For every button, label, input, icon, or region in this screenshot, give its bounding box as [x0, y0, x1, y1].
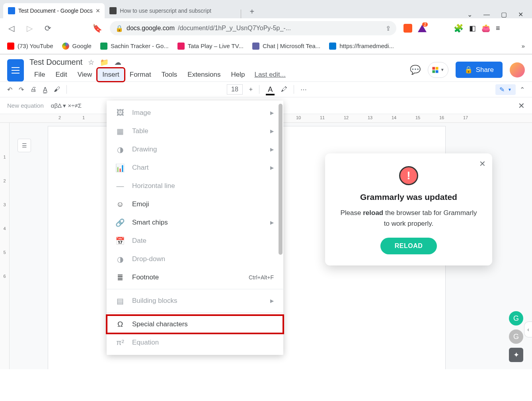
rewards-badge: 2	[422, 22, 428, 27]
insert-menu-special-characters[interactable]: ΩSpecial characters	[107, 315, 283, 333]
window-dropdown-icon[interactable]: ⌄	[467, 11, 472, 18]
brave-rewards-icon[interactable]: 2	[418, 25, 427, 32]
new-equation-label: New equation	[7, 102, 44, 109]
bookmark-sheets[interactable]: Sachin Tracker - Go...	[100, 43, 169, 50]
share-url-icon[interactable]: ⇪	[386, 25, 391, 32]
menu-view[interactable]: View	[73, 68, 97, 81]
submenu-arrow-icon: ▶	[270, 110, 274, 116]
spellcheck-icon[interactable]: A̲	[43, 86, 47, 93]
menu-format[interactable]: Format	[125, 68, 156, 81]
popover-body: Please reload the browser tab for Gramma…	[337, 207, 480, 229]
docs-logo-icon[interactable]	[7, 59, 24, 81]
bookmark-google[interactable]: Google	[62, 43, 92, 50]
lock-icon: 🔒	[115, 25, 123, 32]
insert-menu-footnote[interactable]: ≣FootnoteCtrl+Alt+F	[107, 268, 283, 287]
bookmark-overflow[interactable]: »	[522, 43, 525, 49]
menu-item-label: Drawing	[132, 145, 157, 153]
print-icon[interactable]: 🖨	[30, 86, 37, 93]
meet-button[interactable]: ▼	[428, 62, 448, 78]
redo-icon[interactable]: ↷	[19, 86, 24, 93]
document-title[interactable]: Test Document	[29, 58, 82, 67]
window-minimize-icon[interactable]: —	[483, 11, 490, 18]
reload-button[interactable]: ⟳	[42, 23, 53, 34]
menu-bar: File Edit View Insert Format Tools Exten…	[29, 68, 404, 81]
bookmark-tata[interactable]: Tata Play – Live TV...	[177, 43, 244, 50]
last-edit-link[interactable]: Last edit...	[254, 71, 285, 79]
svg-rect-0	[432, 67, 435, 70]
star-icon[interactable]: ☆	[88, 58, 94, 67]
bookmark-teams[interactable]: Chat | Microsoft Tea...	[252, 43, 320, 50]
menu-item-label: Table	[132, 127, 148, 135]
equation-icon: π²	[115, 338, 125, 347]
menu-tools[interactable]: Tools	[157, 68, 182, 81]
highlight-color-icon[interactable]: 🖍	[281, 86, 287, 93]
more-icon[interactable]: ⋯	[300, 86, 307, 93]
share-button[interactable]: 🔒 Share	[456, 62, 503, 78]
new-tab-button[interactable]: +	[245, 5, 259, 18]
menu-item-label: Footnote	[132, 273, 159, 281]
font-size-increase[interactable]: +	[249, 86, 253, 93]
font-size-input[interactable]: 18	[227, 84, 243, 95]
menu-insert[interactable]: Insert	[97, 68, 124, 81]
svg-rect-3	[435, 70, 438, 73]
insert-menu-emoji[interactable]: ☺Emoji	[107, 195, 283, 213]
bookmark-page-icon[interactable]: 🔖	[92, 23, 103, 34]
reload-button[interactable]: RELOAD	[380, 238, 437, 254]
forward-button[interactable]: ▷	[24, 23, 35, 34]
meet-icon	[432, 66, 439, 74]
menu-item-label: Special characters	[132, 320, 188, 328]
collapse-toolbar-icon[interactable]: ⌃	[520, 86, 525, 93]
menu-item-label: Horizontal line	[132, 182, 175, 190]
wallet-icon[interactable]: 👛	[481, 24, 490, 33]
window-close-icon[interactable]: ✕	[518, 11, 523, 18]
close-equation-bar-icon[interactable]: ✕	[518, 101, 525, 110]
svg-rect-2	[432, 70, 435, 73]
insert-menu-table: ▦Table▶	[107, 122, 283, 140]
comments-icon[interactable]: 💬	[410, 65, 421, 75]
insert-menu-smart-chips[interactable]: 🔗Smart chips▶	[107, 213, 283, 232]
menu-item-label: Drop-down	[132, 255, 165, 263]
menu-item-label: Building blocks	[132, 297, 177, 305]
outline-toggle-button[interactable]: ☰	[18, 139, 31, 152]
cloud-status-icon[interactable]: ☁	[114, 58, 121, 67]
menu-extensions[interactable]: Extensions	[183, 68, 225, 81]
address-right-icons: 2 🧩 ◧ 👛 ≡	[403, 23, 500, 33]
emoji-icon: ☺	[115, 200, 125, 209]
move-folder-icon[interactable]: 📁	[100, 58, 109, 67]
extensions-icon[interactable]: 🧩	[454, 23, 464, 33]
bookmark-youtube[interactable]: (73) YouTube	[7, 43, 53, 50]
explore-button-icon[interactable]: ✦	[509, 348, 523, 362]
text-color-button[interactable]: A	[266, 85, 275, 94]
building-blocks-icon: ▤	[115, 296, 125, 306]
bookmark-framed[interactable]: https://framedmedi...	[329, 43, 394, 50]
address-bar[interactable]: 🔒 docs.google.com/document/d/1hP_y_UsnQ7…	[110, 21, 396, 35]
tab-close-icon[interactable]: ×	[96, 7, 100, 15]
vertical-ruler[interactable]: 123456	[0, 123, 10, 369]
brave-shields-icon[interactable]	[403, 24, 412, 33]
window-maximize-icon[interactable]: ▢	[501, 11, 507, 18]
menu-edit[interactable]: Edit	[51, 68, 72, 81]
dropdown-scrollbar[interactable]	[279, 104, 283, 255]
popover-close-icon[interactable]: ✕	[479, 159, 486, 169]
editing-mode-button[interactable]: ✎ ▼	[495, 84, 516, 95]
submenu-arrow-icon: ▶	[270, 165, 274, 170]
chart-icon: 📊	[115, 163, 125, 172]
sidebar-icon[interactable]: ◧	[469, 24, 476, 33]
grammarly-secondary-icon[interactable]: G	[509, 329, 523, 344]
menu-help[interactable]: Help	[226, 68, 249, 81]
popover-title: Grammarly was updated	[337, 192, 480, 202]
teams-icon	[252, 43, 259, 50]
lock-icon: 🔒	[464, 66, 473, 74]
tab-inactive[interactable]: How to use superscript and subscript	[105, 3, 240, 18]
account-avatar[interactable]	[510, 62, 525, 77]
menu-file[interactable]: File	[29, 68, 50, 81]
equation-symbols[interactable]: αβΔ ▾ ×÷≠Σ	[51, 102, 82, 109]
image-icon: 🖼	[115, 108, 125, 118]
tab-active[interactable]: Test Document - Google Docs ×	[3, 3, 105, 18]
back-button[interactable]: ◁	[6, 23, 17, 34]
side-panel-toggle[interactable]: ‹	[524, 322, 532, 337]
grammarly-fab-icon[interactable]: G	[509, 311, 523, 325]
paint-format-icon[interactable]: 🖌	[54, 86, 60, 93]
browser-menu-icon[interactable]: ≡	[496, 24, 500, 33]
undo-icon[interactable]: ↶	[7, 86, 12, 93]
